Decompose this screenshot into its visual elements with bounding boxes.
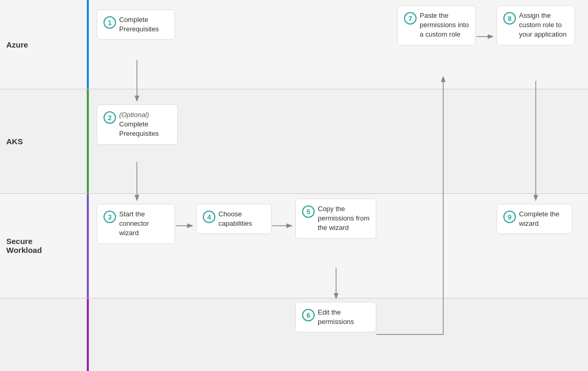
divider-1	[0, 89, 588, 89]
step-text-7: Paste the permissions into a custom role	[420, 11, 469, 40]
step-text-6: Edit the permissions	[318, 308, 370, 327]
lane-label-azure: Azure	[0, 0, 89, 89]
divider-3	[0, 298, 588, 298]
step-text-4: Choose capabilities	[218, 210, 265, 228]
lane-bottom	[0, 298, 588, 371]
step-5: 5 Copy the permissions from the wizard	[295, 199, 376, 239]
step-number-6: 6	[302, 309, 315, 321]
step-number-8: 8	[503, 12, 516, 25]
step-text-8: Assign the custom role to your applicati…	[519, 11, 568, 40]
step-number-2: 2	[103, 111, 116, 124]
lane-label-bottom	[0, 298, 89, 371]
step-number-1: 1	[103, 16, 116, 29]
step-6: 6 Edit the permissions	[295, 302, 376, 332]
step-text-2: (Optional) Complete Prerequisites	[119, 110, 171, 139]
step-4: 4 Choose capabilities	[196, 204, 272, 234]
diagram-container: Azure AKS Secure Workload 1 Complete Pre…	[0, 0, 588, 371]
step-2: 2 (Optional) Complete Prerequisites	[97, 105, 178, 145]
divider-2	[0, 193, 588, 194]
step-number-7: 7	[404, 12, 417, 25]
step-9: 9 Complete the wizard	[497, 204, 572, 234]
lane-label-aks: AKS	[0, 89, 89, 193]
step-number-3: 3	[103, 211, 116, 223]
step-text-9: Complete the wizard	[519, 210, 566, 228]
step-text-1: Complete Prerequisites	[119, 15, 168, 34]
step-number-5: 5	[302, 205, 315, 218]
step-number-9: 9	[503, 211, 516, 223]
lane-label-secure: Secure Workload	[0, 193, 89, 298]
step-number-4: 4	[203, 211, 215, 223]
step-3: 3 Start the connector wizard	[97, 204, 175, 244]
step-8: 8 Assign the custom role to your applica…	[497, 5, 575, 45]
step-text-5: Copy the permissions from the wizard	[318, 204, 370, 233]
step-1: 1 Complete Prerequisites	[97, 9, 175, 40]
step-text-3: Start the connector wizard	[119, 210, 168, 238]
lane-aks: AKS	[0, 89, 588, 193]
step-7: 7 Paste the permissions into a custom ro…	[397, 5, 476, 45]
